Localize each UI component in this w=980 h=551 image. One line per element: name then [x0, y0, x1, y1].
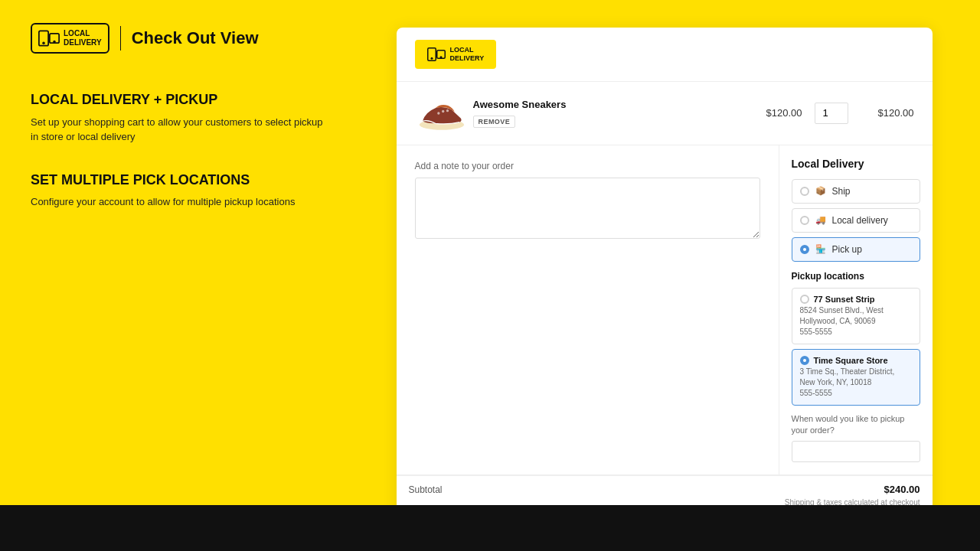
feature2-title: SET MULTIPLE PICK LOCATIONS [31, 172, 333, 189]
product-info: Awesome Sneakers REMOVE [473, 99, 729, 128]
subtotal-row: Subtotal $240.00 [397, 475, 933, 498]
card-body: Add a note to your order Local Delivery … [397, 145, 933, 475]
remove-button[interactable]: REMOVE [473, 116, 516, 128]
top-header: LOCAL DELIVERY Check Out View [31, 23, 333, 54]
product-image [415, 94, 461, 132]
svg-point-2 [42, 41, 45, 44]
radio-ship [800, 187, 809, 196]
feature2-desc: Configure your account to allow for mult… [31, 194, 333, 210]
subtotal-value: $240.00 [884, 484, 920, 495]
feature1-desc: Set up your shopping cart to allow your … [31, 115, 333, 145]
card-header: LOCAL DELIVERY [397, 28, 933, 82]
local-delivery-icon: 🚚 [815, 215, 826, 225]
svg-point-6 [430, 57, 433, 60]
product-total: $120.00 [861, 107, 914, 119]
card-logo-badge: LOCAL DELIVERY [415, 40, 497, 69]
logo-text: LOCAL DELIVERY [64, 29, 102, 47]
logo-badge: LOCAL DELIVERY [31, 23, 109, 54]
subtotal-label: Subtotal [409, 484, 443, 495]
pickup-icon: 🏪 [815, 244, 826, 254]
svg-point-11 [446, 109, 448, 112]
location-phone-sunset: 555-5555 [800, 327, 912, 337]
location-option-timesquare[interactable]: Time Square Store 3 Time Sq., Theater Di… [792, 349, 920, 406]
delivery-title: Local Delivery [792, 158, 920, 170]
logo-icon [38, 30, 60, 47]
card-left: Add a note to your order [397, 145, 779, 475]
right-panel: LOCAL DELIVERY [364, 0, 980, 505]
delivery-option-ship[interactable]: 📦 Ship [792, 179, 920, 204]
pickup-date-input[interactable] [792, 441, 920, 462]
ship-icon: 📦 [815, 186, 826, 196]
left-panel: LOCAL DELIVERY Check Out View LOCAL DELI… [0, 0, 364, 505]
svg-point-10 [442, 109, 444, 112]
bottom-bar [0, 505, 980, 551]
pickup-date-label: When would you like to pickup your order… [792, 413, 920, 437]
header-title: Check Out View [132, 28, 259, 48]
location-header-sunset: 77 Sunset Strip [800, 295, 912, 304]
pickup-label: Pick up [832, 244, 862, 255]
feature-local-delivery: LOCAL DELIVERY + PICKUP Set up your shop… [31, 92, 333, 145]
product-name: Awesome Sneakers [473, 99, 729, 110]
card-right: Local Delivery 📦 Ship 🚚 Local delivery [779, 145, 933, 475]
location-addr-sunset: 8524 Sunset Blvd., West Hollywood, CA, 9… [800, 305, 912, 327]
location-name-timesquare: Time Square Store [814, 356, 888, 365]
local-label: Local delivery [832, 215, 888, 226]
svg-point-3 [53, 41, 56, 44]
location-phone-timesquare: 555-5555 [800, 388, 912, 399]
card-logo-icon [427, 47, 446, 61]
location-header-timesquare: Time Square Store [800, 356, 912, 365]
location-name-sunset: 77 Sunset Strip [814, 295, 875, 304]
quantity-input[interactable] [815, 103, 848, 124]
note-label: Add a note to your order [415, 161, 760, 171]
radio-local [800, 216, 809, 225]
card-logo-text: LOCAL DELIVERY [450, 46, 485, 63]
product-row: Awesome Sneakers REMOVE $120.00 $120.00 [397, 82, 933, 145]
header-divider [120, 26, 121, 51]
delivery-option-pickup[interactable]: 🏪 Pick up [792, 237, 920, 262]
ship-label: Ship [832, 186, 851, 197]
svg-point-9 [437, 112, 439, 114]
location-option-sunset[interactable]: 77 Sunset Strip 8524 Sunset Blvd., West … [792, 288, 920, 344]
product-price: $120.00 [741, 107, 802, 119]
feature-multiple-locations: SET MULTIPLE PICK LOCATIONS Configure yo… [31, 172, 333, 210]
feature1-title: LOCAL DELIVERY + PICKUP [31, 92, 333, 109]
delivery-option-local[interactable]: 🚚 Local delivery [792, 208, 920, 233]
checkout-card: LOCAL DELIVERY [397, 28, 933, 551]
radio-sunset [800, 295, 809, 304]
svg-point-7 [439, 56, 442, 58]
pickup-locations-title: Pickup locations [792, 271, 920, 282]
radio-timesquare [800, 356, 809, 365]
radio-pickup [800, 245, 809, 254]
location-addr-timesquare: 3 Time Sq., Theater District, New York, … [800, 367, 912, 388]
note-textarea[interactable] [415, 178, 760, 239]
